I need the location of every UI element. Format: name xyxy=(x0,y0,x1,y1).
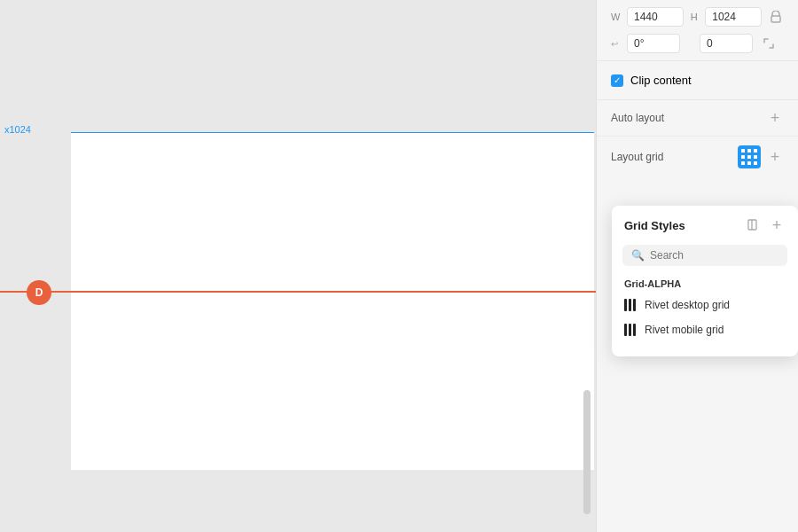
popup-header: Grid Styles + xyxy=(612,206,798,241)
add-layout-grid-button[interactable]: + xyxy=(766,148,784,166)
constrain-proportions-button[interactable] xyxy=(769,8,784,26)
height-field[interactable]: 1024 xyxy=(705,7,762,27)
search-input-wrap: 🔍 xyxy=(622,245,787,266)
clip-content-row: Clip content xyxy=(611,68,784,92)
svg-rect-0 xyxy=(771,16,780,22)
group-label: Grid-ALPHA xyxy=(612,273,798,293)
grid-preview-icon-1 xyxy=(624,299,636,311)
grid-preview-icon-2 xyxy=(624,324,636,336)
frame-label: x1024 xyxy=(4,124,31,135)
height-label: H xyxy=(691,12,699,22)
dimensions-section: W 1440 H 1024 ↩ 0° 0 xyxy=(597,0,798,61)
grid-view-button[interactable] xyxy=(738,145,761,168)
frame-container xyxy=(71,44,594,470)
rotation-row: ↩ 0° 0 xyxy=(611,34,784,53)
open-in-library-button[interactable] xyxy=(745,216,763,234)
resize-mode-button[interactable] xyxy=(760,35,778,52)
list-item[interactable]: Rivet mobile grid xyxy=(612,317,798,342)
layout-grid-section: Layout grid + xyxy=(597,137,798,177)
rotation-label: ↩ xyxy=(611,39,620,49)
add-style-button[interactable]: + xyxy=(768,216,786,234)
auto-layout-label: Auto layout xyxy=(611,112,664,124)
canvas-area: x1024 D xyxy=(0,0,596,532)
auto-layout-section: Auto layout + xyxy=(597,100,798,136)
clip-content-section: Clip content xyxy=(597,61,798,100)
popup-title: Grid Styles xyxy=(624,219,685,232)
horizontal-guide-line xyxy=(0,291,596,293)
frame-top-bar xyxy=(71,44,594,133)
wh-row: W 1440 H 1024 xyxy=(611,7,784,27)
clip-content-checkbox[interactable] xyxy=(611,74,623,87)
width-label: W xyxy=(611,12,620,22)
search-icon: 🔍 xyxy=(631,249,645,262)
add-auto-layout-button[interactable]: + xyxy=(766,109,784,127)
grid-dots-icon xyxy=(741,149,758,166)
grid-style-name-1: Rivet desktop grid xyxy=(645,299,730,311)
popup-header-icons: + xyxy=(745,216,786,234)
layout-grid-label: Layout grid xyxy=(611,151,663,163)
search-row: 🔍 xyxy=(612,241,798,273)
grid-style-name-2: Rivet mobile grid xyxy=(645,324,724,336)
search-input[interactable] xyxy=(650,249,778,262)
grid-styles-popup: Grid Styles + 🔍 Grid-ALPHA xyxy=(612,206,798,356)
right-panel: W 1440 H 1024 ↩ 0° 0 xyxy=(596,0,798,532)
list-item[interactable]: Rivet desktop grid xyxy=(612,293,798,317)
point-d-marker: D xyxy=(27,280,51,305)
scrollbar-track[interactable] xyxy=(583,390,591,514)
rotation-field[interactable]: 0° xyxy=(627,34,680,53)
corner-radius-field[interactable]: 0 xyxy=(700,34,753,53)
clip-content-label: Clip content xyxy=(630,74,692,87)
width-field[interactable]: 1440 xyxy=(627,7,684,27)
